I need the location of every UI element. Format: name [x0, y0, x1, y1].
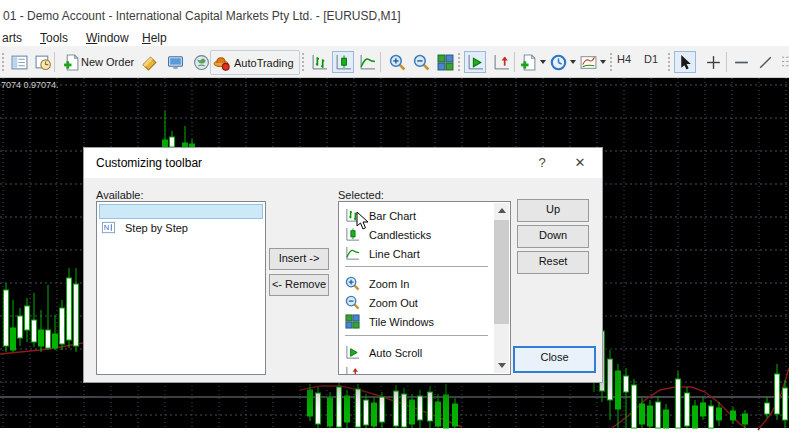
templates-icon: [580, 54, 597, 71]
remove-button[interactable]: <- Remove: [269, 274, 329, 296]
selected-label: Selected:: [338, 189, 384, 201]
available-list[interactable]: Step by Step: [96, 201, 266, 375]
trendline-button[interactable]: [754, 51, 776, 73]
chart-shift-icon: [345, 366, 360, 375]
market-watch-icon: [11, 54, 28, 71]
zoom-out-button[interactable]: [410, 51, 432, 73]
auto-scroll-icon: [345, 345, 360, 360]
crosshair-icon: [705, 54, 722, 71]
zoom-in-button[interactable]: [386, 51, 408, 73]
toolbar-separator: [380, 52, 381, 72]
new-order-label[interactable]: New Order: [81, 56, 134, 68]
scrollbar-thumb[interactable]: [494, 220, 509, 324]
toolbar-grip[interactable]: [2, 53, 7, 71]
menu-bar: arts Tools Window Help: [0, 30, 789, 46]
down-button[interactable]: Down: [517, 225, 589, 248]
available-selected-blank-row[interactable]: [99, 204, 263, 219]
list-item-zoom-in[interactable]: Zoom In: [339, 274, 510, 293]
cursor-icon: [677, 54, 694, 71]
menu-window[interactable]: Window: [86, 31, 129, 45]
list-item-partial[interactable]: [339, 364, 510, 375]
chart-shift-icon: [493, 54, 510, 71]
cursor-button[interactable]: [674, 51, 696, 73]
list-item-tile-windows[interactable]: Tile Windows: [339, 312, 510, 331]
bar-chart-button[interactable]: [308, 51, 330, 73]
crosshair-button[interactable]: [702, 51, 724, 73]
line-chart-button[interactable]: [356, 51, 378, 73]
terminal-icon: [167, 54, 184, 71]
tile-windows-button[interactable]: [434, 51, 456, 73]
chevron-down-icon: [600, 60, 606, 64]
new-order-button[interactable]: [60, 51, 82, 73]
chart-price-label: 7074 0.97074.: [1, 80, 59, 90]
tile-windows-icon: [345, 314, 360, 329]
main-toolbar: New Order AutoTrading H4 D1: [0, 46, 789, 78]
list-item-step-by-step[interactable]: Step by Step: [97, 219, 265, 236]
metaeditor-button[interactable]: [138, 51, 160, 73]
zoom-out-icon: [345, 295, 360, 310]
dialog-titlebar[interactable]: Customizing toolbar ? ✕: [84, 148, 602, 178]
toolbar-grip[interactable]: [458, 53, 463, 71]
toolbar-grip[interactable]: [668, 53, 673, 71]
dialog-title: Customizing toolbar: [96, 156, 202, 170]
menu-help[interactable]: Help: [142, 31, 167, 45]
auto-scroll-button[interactable]: [464, 51, 486, 73]
chevron-down-icon: [540, 60, 546, 64]
horizontal-line-icon: [733, 54, 750, 71]
periods-dropdown[interactable]: [550, 51, 576, 73]
list-separator: [345, 266, 488, 267]
autotrading-label: AutoTrading: [234, 57, 294, 69]
market-watch-button[interactable]: [8, 51, 30, 73]
reset-button[interactable]: Reset: [517, 251, 589, 274]
menu-tools[interactable]: Tools: [40, 31, 68, 45]
data-window-button[interactable]: [32, 51, 54, 73]
clock-icon: [550, 54, 567, 71]
fibonacci-icon: [781, 54, 789, 71]
list-item-zoom-out[interactable]: Zoom Out: [339, 293, 510, 312]
trendline-icon: [757, 54, 774, 71]
line-chart-icon: [345, 246, 360, 261]
toolbar-grip[interactable]: [302, 53, 307, 71]
up-button[interactable]: Up: [517, 199, 589, 222]
news-button[interactable]: [190, 51, 212, 73]
dialog-help-button[interactable]: ?: [532, 153, 552, 173]
window-title: 01 - Demo Account - International Capita…: [3, 9, 401, 23]
list-separator: [345, 335, 488, 336]
toolbar-grip[interactable]: [610, 53, 615, 71]
close-button[interactable]: Close: [513, 346, 596, 373]
list-item-line-chart[interactable]: Line Chart: [339, 244, 510, 263]
autotrading-button[interactable]: AutoTrading: [210, 50, 300, 75]
line-chart-icon: [359, 54, 376, 71]
menu-charts[interactable]: arts: [2, 31, 22, 45]
candlesticks-icon: [335, 54, 352, 71]
horizontal-line-button[interactable]: [730, 51, 752, 73]
toolbar-separator: [726, 52, 727, 72]
toolbar-separator: [514, 52, 515, 72]
scrollbar-down-arrow[interactable]: [494, 358, 509, 373]
dialog-close-icon[interactable]: ✕: [570, 153, 590, 173]
chevron-down-icon: [570, 60, 576, 64]
timeframe-h4-button[interactable]: H4: [617, 53, 631, 65]
tile-windows-icon: [437, 54, 454, 71]
indicators-dropdown[interactable]: [520, 51, 546, 73]
selected-list-scrollbar[interactable]: [494, 203, 509, 373]
arrow-up-icon: [498, 208, 506, 213]
bar-chart-icon: [311, 54, 328, 71]
new-order-icon: [63, 54, 80, 71]
mouse-cursor-icon: [356, 211, 370, 231]
candlestick-chart-button[interactable]: [332, 51, 354, 73]
globe-icon: [193, 54, 210, 71]
chart-shift-button[interactable]: [490, 51, 512, 73]
insert-button[interactable]: Insert ->: [269, 248, 329, 270]
zoom-in-icon: [345, 276, 360, 291]
window-titlebar: 01 - Demo Account - International Capita…: [0, 0, 789, 30]
data-window-icon: [35, 54, 52, 71]
arrow-down-icon: [498, 363, 506, 368]
templates-dropdown[interactable]: [580, 51, 606, 73]
timeframe-d1-button[interactable]: D1: [644, 53, 658, 65]
list-item-auto-scroll[interactable]: Auto Scroll: [339, 343, 510, 362]
scrollbar-up-arrow[interactable]: [494, 203, 509, 218]
terminal-button[interactable]: [164, 51, 186, 73]
fibonacci-button[interactable]: [778, 51, 789, 73]
metaeditor-icon: [141, 54, 158, 71]
